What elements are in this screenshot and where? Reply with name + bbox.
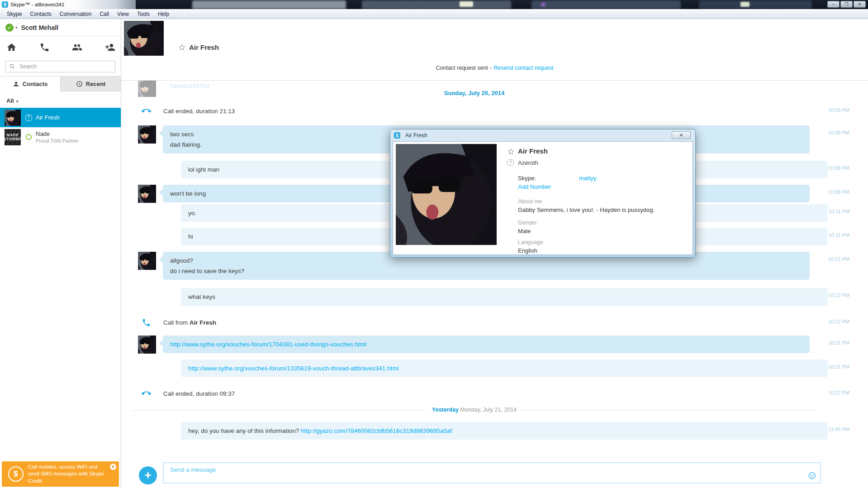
message-input[interactable]: [169, 466, 802, 474]
profile-popup: S Air Fresh ✕ Air Fresh ? Azeroth Skype:…: [390, 129, 696, 258]
message-timestamp: 10:21 PM: [828, 340, 849, 345]
chevron-down-icon[interactable]: ▾: [15, 25, 18, 30]
skype-handle-link[interactable]: mattyy.: [579, 175, 598, 182]
call-ended-icon: [140, 105, 153, 118]
favorite-star-icon[interactable]: [178, 43, 186, 51]
resend-request-link[interactable]: Resend contact request: [493, 65, 553, 71]
person-icon: [13, 81, 19, 87]
contact-row-nade[interactable]: NADE STORMS Nade Proud TGN Partner: [0, 127, 121, 147]
presence-online-icon[interactable]: ✓: [5, 24, 14, 32]
call-from-row: Call from Air Fresh: [142, 318, 216, 327]
filter-label: All: [6, 97, 14, 104]
conversation-avatar[interactable]: [124, 21, 164, 57]
search-input[interactable]: [19, 63, 112, 70]
sidebar: ✓ ▾ Scott Mehall Contacts Recent All▾: [0, 19, 121, 489]
message-timestamp: 10:11 PM: [829, 209, 849, 214]
user-name: Scott Mehall: [21, 24, 58, 31]
title-bar: S Skype™ - atlbraves341 – ❐ ✕: [0, 0, 868, 9]
avatar[interactable]: [138, 125, 156, 144]
promo-text: Call mobiles, access WiFi and send SMS m…: [28, 464, 115, 484]
message-link[interactable]: http://gyazo.com/78460082cbfb5616c319d86…: [301, 427, 452, 434]
menu-conversation[interactable]: Conversation: [56, 11, 96, 17]
background-browser-tab: [531, 0, 681, 9]
outgoing-message-bubble: hey, do you have any of this information…: [181, 422, 828, 440]
date-header: Sunday, July 20, 2014: [121, 90, 827, 96]
search-icon: [9, 63, 15, 70]
tab-recent-label: Recent: [86, 81, 105, 87]
menu-contacts[interactable]: Contacts: [26, 11, 55, 17]
skype-window: S Skype™ - atlbraves341 – ❐ ✕ Skype Cont…: [0, 0, 868, 489]
background-blur-spot: [541, 2, 545, 7]
menu-help[interactable]: Help: [154, 11, 173, 17]
message-link[interactable]: http://www.sythe.org/vouches-forum/17043…: [170, 341, 366, 348]
conversation-header: Air Fresh ? This person has not shared t…: [121, 19, 868, 56]
date-divider: Yesterday Monday, July 21, 2014: [121, 407, 827, 413]
contacts-group-icon[interactable]: [72, 42, 82, 53]
incoming-message-bubble: http://www.sythe.org/vouches-forum/17043…: [163, 336, 810, 353]
popup-close-button[interactable]: ✕: [672, 131, 691, 139]
contact-name: Air Fresh: [36, 114, 60, 121]
add-number-link[interactable]: Add Number: [518, 183, 551, 190]
restore-button[interactable]: ❐: [840, 1, 853, 8]
mood-icon: ?: [507, 159, 514, 166]
outgoing-message-bubble: what keys: [181, 288, 828, 306]
menu-call[interactable]: Call: [95, 11, 113, 17]
chevron-down-icon: ▾: [16, 99, 19, 104]
avatar[interactable]: [138, 252, 156, 270]
clock-icon: [76, 81, 83, 87]
message-link[interactable]: http://www.sythe.org/vouches-forum/13356…: [188, 365, 398, 372]
call-ended-row: Call ended, duration 09:37: [142, 389, 235, 398]
avatar: NADE STORMS: [5, 129, 21, 145]
promo-close-icon[interactable]: ✕: [110, 464, 116, 470]
language-label: Language: [518, 239, 543, 245]
message-timestamp: 10:08 PM: [828, 130, 849, 135]
tab-contacts-label: Contacts: [23, 81, 48, 87]
outgoing-message-bubble: http://www.sythe.org/vouches-forum/13356…: [181, 360, 828, 377]
minimize-button[interactable]: –: [827, 1, 840, 8]
window-title-tab[interactable]: S Skype™ - atlbraves341: [0, 0, 136, 9]
message-timestamp: 10:22 PM: [828, 390, 849, 395]
contact-row-air-fresh[interactable]: ? Air Fresh: [0, 108, 121, 127]
popup-title-bar[interactable]: S Air Fresh: [390, 129, 695, 141]
add-attachment-button[interactable]: +: [139, 466, 157, 484]
about-label: About me: [518, 198, 542, 205]
favorite-star-icon[interactable]: [507, 148, 515, 155]
profile-photo: [396, 144, 497, 245]
tab-recent[interactable]: Recent: [60, 77, 121, 91]
profile-name: Air Fresh: [518, 147, 548, 155]
online-status-icon: [26, 134, 32, 140]
contacts-filter[interactable]: All▾: [0, 91, 121, 108]
close-button[interactable]: ✕: [854, 1, 866, 8]
home-icon[interactable]: [6, 42, 17, 53]
message-timestamp: 10:08 PM: [828, 189, 849, 195]
avatar[interactable]: [138, 185, 156, 203]
skype-logo-icon: S: [2, 1, 8, 8]
popup-panel: Air Fresh ? Azeroth Skype: mattyy. Add N…: [393, 141, 693, 255]
skype-credit-promo[interactable]: $ Call mobiles, access WiFi and send SMS…: [2, 461, 119, 487]
faded-contact-name: Yarham159753: [170, 82, 209, 89]
menu-bar: Skype Contacts Conversation Call View To…: [0, 9, 868, 19]
emoticon-icon[interactable]: [808, 471, 816, 480]
menu-skype[interactable]: Skype: [3, 11, 26, 17]
tab-contacts[interactable]: Contacts: [0, 77, 60, 91]
call-phones-icon[interactable]: [39, 42, 50, 53]
background-blur-spot: [460, 1, 473, 7]
dollar-coin-icon: $: [8, 466, 24, 482]
window-title: Skype™ - atlbraves341: [10, 2, 65, 7]
contact-request-banner: Contact request sent - Resend contact re…: [121, 56, 868, 81]
message-timestamp: 11:45 PM: [829, 427, 849, 432]
sidebar-tabs: Contacts Recent: [0, 76, 121, 91]
call-ended-icon: [140, 387, 153, 401]
message-timestamp: 10:12 PM: [828, 292, 849, 298]
background-browser-tab: [362, 0, 511, 9]
avatar: [5, 110, 21, 126]
user-status-row[interactable]: ✓ ▾ Scott Mehall: [0, 19, 121, 36]
background-browser-tab: [192, 0, 346, 9]
menu-tools[interactable]: Tools: [133, 11, 154, 17]
avatar[interactable]: [138, 336, 156, 354]
message-timestamp: 10:12 PM: [828, 256, 849, 262]
add-contact-icon[interactable]: [105, 42, 115, 53]
phone-icon: [142, 318, 151, 327]
menu-view[interactable]: View: [113, 11, 133, 17]
popup-title: Air Fresh: [405, 132, 427, 139]
